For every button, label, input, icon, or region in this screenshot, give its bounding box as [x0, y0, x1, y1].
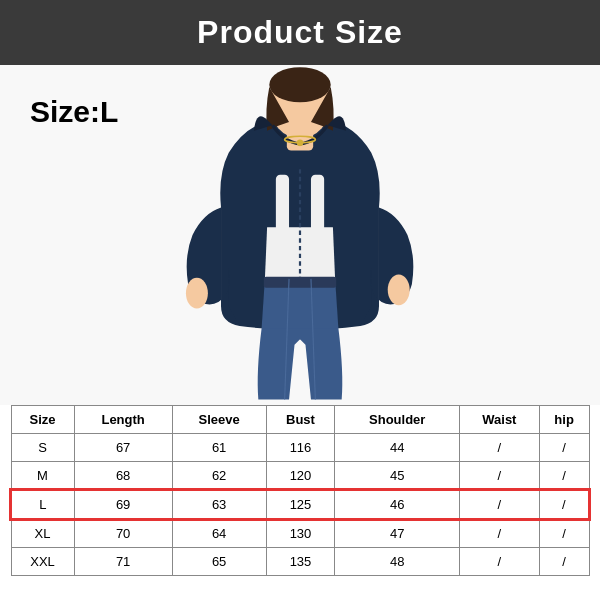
- cell-4-2: 65: [172, 548, 266, 576]
- cell-3-4: 47: [335, 519, 460, 548]
- svg-point-2: [388, 274, 410, 305]
- col-header-length: Length: [74, 406, 172, 434]
- cell-3-2: 64: [172, 519, 266, 548]
- page-title: Product Size: [0, 14, 600, 51]
- cell-2-6: /: [539, 490, 589, 519]
- cell-3-0: XL: [11, 519, 74, 548]
- cell-1-3: 120: [266, 462, 335, 491]
- col-header-sleeve: Sleeve: [172, 406, 266, 434]
- cell-0-3: 116: [266, 434, 335, 462]
- svg-rect-11: [264, 277, 336, 288]
- cell-2-3: 125: [266, 490, 335, 519]
- product-image-section: Size:L: [0, 65, 600, 405]
- cell-0-2: 61: [172, 434, 266, 462]
- col-header-waist: Waist: [460, 406, 540, 434]
- svg-point-1: [186, 278, 208, 309]
- svg-rect-4: [311, 175, 324, 232]
- cell-0-4: 44: [335, 434, 460, 462]
- cell-1-5: /: [460, 462, 540, 491]
- col-header-shoulder: Shoulder: [335, 406, 460, 434]
- cell-2-4: 46: [335, 490, 460, 519]
- size-label: Size:L: [30, 95, 118, 129]
- cell-1-4: 45: [335, 462, 460, 491]
- cell-1-0: M: [11, 462, 74, 491]
- page-header: Product Size: [0, 0, 600, 65]
- cell-2-2: 63: [172, 490, 266, 519]
- table-row: S676111644//: [11, 434, 589, 462]
- cell-0-6: /: [539, 434, 589, 462]
- table-row: XXL716513548//: [11, 548, 589, 576]
- cell-3-1: 70: [74, 519, 172, 548]
- col-header-size: Size: [11, 406, 74, 434]
- svg-rect-3: [276, 175, 289, 232]
- cell-4-5: /: [460, 548, 540, 576]
- svg-point-7: [269, 67, 330, 102]
- size-table: Size Length Sleeve Bust Shoulder Waist h…: [10, 405, 590, 576]
- col-header-bust: Bust: [266, 406, 335, 434]
- size-table-section: Size Length Sleeve Bust Shoulder Waist h…: [0, 405, 600, 582]
- cell-2-5: /: [460, 490, 540, 519]
- table-row: L696312546//: [11, 490, 589, 519]
- cell-0-5: /: [460, 434, 540, 462]
- cell-1-2: 62: [172, 462, 266, 491]
- cell-0-0: S: [11, 434, 74, 462]
- cell-4-6: /: [539, 548, 589, 576]
- cell-0-1: 67: [74, 434, 172, 462]
- cell-2-1: 69: [74, 490, 172, 519]
- cell-4-1: 71: [74, 548, 172, 576]
- svg-point-10: [297, 140, 304, 147]
- cell-4-0: XXL: [11, 548, 74, 576]
- col-header-hip: hip: [539, 406, 589, 434]
- cell-1-1: 68: [74, 462, 172, 491]
- cell-2-0: L: [11, 490, 74, 519]
- cell-3-5: /: [460, 519, 540, 548]
- cell-3-3: 130: [266, 519, 335, 548]
- cell-4-3: 135: [266, 548, 335, 576]
- table-header-row: Size Length Sleeve Bust Shoulder Waist h…: [11, 406, 589, 434]
- cell-3-6: /: [539, 519, 589, 548]
- cell-1-6: /: [539, 462, 589, 491]
- table-row: XL706413047//: [11, 519, 589, 548]
- cell-4-4: 48: [335, 548, 460, 576]
- table-row: M686212045//: [11, 462, 589, 491]
